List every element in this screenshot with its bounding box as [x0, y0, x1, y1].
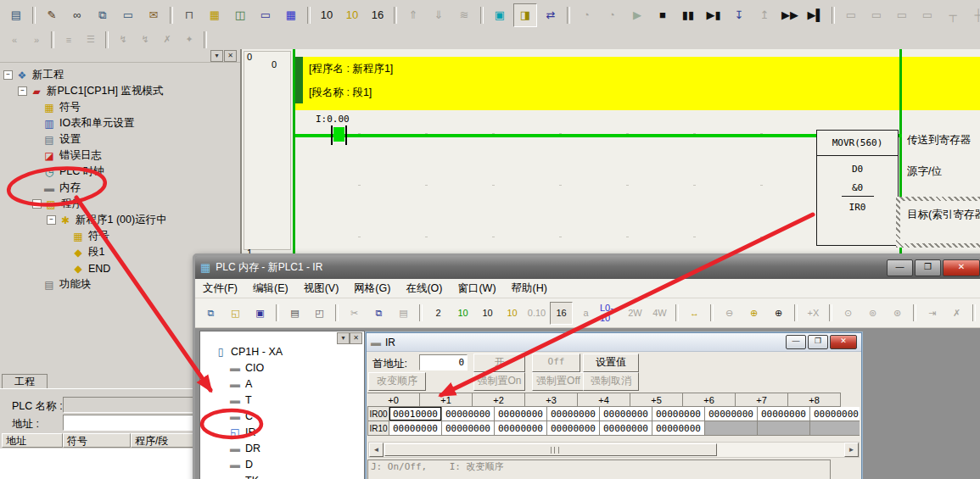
scroll-right-arrow-icon[interactable]: ► — [844, 443, 859, 457]
tile-windows-button[interactable]: ⧉ — [199, 302, 222, 325]
menu-item[interactable]: 编辑(E) — [245, 281, 296, 296]
step-out-button[interactable]: ↥ — [753, 3, 776, 27]
symbol-table-button[interactable]: ▦ — [203, 3, 227, 27]
rung-annotation-button[interactable]: ☰ — [81, 31, 101, 48]
transfer-to-plc-button[interactable]: ⇥ — [921, 302, 944, 325]
force-cancel-button[interactable]: 强制取消 — [583, 372, 639, 391]
set-value-button[interactable]: 设置值 — [583, 354, 639, 372]
run-button[interactable]: ▶ — [625, 3, 649, 27]
zoom-custom-button[interactable]: ⊕ — [742, 302, 765, 325]
grid-cell[interactable]: 00000000 — [442, 407, 495, 421]
memtree-item-cpu[interactable]: ▯ CP1H - XA — [200, 343, 364, 359]
grid-cell[interactable]: 00000000 — [547, 421, 600, 436]
transfer-to-plc-button[interactable]: ⇄ — [539, 3, 563, 27]
tree-expander-icon[interactable] — [32, 120, 40, 127]
grid-cell[interactable]: 00000000 — [600, 407, 652, 421]
run-to-end-button[interactable]: ▶▌ — [804, 3, 827, 27]
column-header-address[interactable]: 地址 — [2, 433, 63, 448]
instruction-operand-2[interactable]: &0 — [817, 182, 898, 193]
on-button[interactable]: 开 — [473, 354, 525, 372]
minimize-button[interactable]: — — [887, 259, 913, 276]
rung-comment-button[interactable]: ≡ — [59, 31, 79, 48]
memtree-item-ir[interactable]: ◱ IR — [200, 424, 364, 440]
scroll-left-arrow-icon[interactable]: ◄ — [369, 443, 384, 457]
contact-closed-tool-button[interactable]: ▭ — [865, 3, 888, 27]
monitor-range-button[interactable]: ⊛ — [886, 302, 909, 325]
memtree-item-c[interactable]: ▬ C — [200, 408, 364, 424]
hex-format-button[interactable]: 16 — [550, 302, 573, 325]
clear-memory-button[interactable]: +X — [802, 302, 825, 325]
column-header-symbol[interactable]: 符号 — [63, 433, 131, 448]
properties-button[interactable]: ✉ — [142, 3, 165, 27]
tree-item-plc-clock[interactable]: ◷ PLC 时钟 — [0, 164, 240, 180]
memtree-item-t[interactable]: ▬ T — [200, 392, 364, 408]
pause-button[interactable]: ▮▮ — [676, 3, 700, 27]
indent-left-button[interactable]: « — [4, 31, 25, 48]
memory-tree-close-button[interactable]: ✕ — [350, 332, 362, 344]
instruction-block[interactable]: MOVR(560) D0 &0 IR0 — [816, 130, 899, 246]
grid-cell[interactable]: 00000000 — [758, 407, 810, 421]
compile-button[interactable]: ⇑ — [401, 3, 425, 27]
grid-column-header[interactable]: +2 — [473, 393, 525, 407]
four-word-button[interactable]: 4W — [648, 302, 671, 325]
tree-expander-icon[interactable] — [32, 152, 40, 159]
memory-window-titlebar[interactable]: ▦ PLC 内存 - 新PLC1 - IR — ❐ ✕ — [195, 256, 980, 279]
memtree-item-cio[interactable]: ▬ CIO — [200, 359, 364, 376]
force-off-button[interactable]: ↯ — [135, 31, 155, 48]
float-format-button[interactable]: 0.10 — [525, 302, 548, 325]
off-button[interactable]: Off — [532, 354, 580, 372]
tree-item-io-table[interactable]: ▥ IO表和单元设置 — [0, 115, 240, 131]
decimal-format-button[interactable]: 10 — [476, 302, 499, 325]
tree-item-plc[interactable]: − ▰ 新PLC1[CP1H] 监视模式 — [0, 83, 240, 99]
tree-item-error-log[interactable]: ◪ 错误日志 — [0, 148, 240, 164]
stop-button[interactable]: ■ — [651, 3, 675, 27]
tree-expander-icon[interactable] — [61, 232, 69, 240]
fast-forward-button[interactable]: ▶▶ — [778, 3, 802, 27]
ir-close-button[interactable]: ✕ — [830, 335, 857, 349]
memtree-item-dr[interactable]: ▬ DR — [200, 440, 364, 456]
tree-expander-icon[interactable] — [32, 281, 40, 288]
menu-item[interactable]: 视图(V) — [296, 281, 347, 296]
zoom-in-button[interactable]: ⊕ — [767, 302, 790, 325]
close-button[interactable]: ✕ — [943, 259, 980, 276]
menu-item[interactable]: 文件(F) — [195, 281, 245, 296]
tree-expander-icon[interactable]: − — [3, 70, 13, 80]
grid-column-header[interactable]: +0 — [367, 393, 420, 407]
cascade-windows-button[interactable]: ⧉ — [91, 3, 115, 27]
compare-button[interactable]: ≋ — [452, 3, 476, 27]
menu-item[interactable]: 窗口(W) — [450, 281, 503, 296]
grid-cell[interactable]: 00000000 — [652, 421, 705, 436]
online-edit-button[interactable]: ◨ — [513, 3, 537, 27]
ir-window-titlebar[interactable]: ▬ IR — ❐ ✕ — [367, 333, 861, 352]
ir-minimize-button[interactable]: — — [786, 335, 806, 349]
new-window-button[interactable]: ▭ — [116, 3, 140, 27]
instruction-operand-3[interactable]: IR0 — [817, 202, 898, 213]
maximize-button[interactable]: ❐ — [915, 259, 941, 276]
memory-tree-collapse-button[interactable]: ▾ — [337, 332, 350, 344]
grid-cell[interactable]: 00000000 — [810, 407, 860, 421]
pause-monitor-button[interactable]: ◔ — [574, 3, 598, 27]
transfer-cancel-button[interactable]: ✗ — [945, 302, 968, 325]
start-address-input[interactable]: 0 — [419, 354, 468, 370]
horizontal-scrollbar[interactable]: ◄ ► — [368, 442, 860, 458]
monitor-hex-button[interactable]: 16 — [366, 3, 389, 27]
tree-item-memory[interactable]: ▬ 内存 — [0, 180, 240, 196]
indent-right-button[interactable]: » — [26, 31, 47, 48]
tree-expander-icon[interactable] — [32, 184, 40, 192]
grid-column-header[interactable]: +1 — [420, 393, 473, 407]
binary-view-button[interactable]: ▦ — [279, 3, 303, 27]
tree-expander-icon[interactable] — [32, 136, 40, 143]
tree-item-program1[interactable]: − ✱ 新程序1 (00)运行中 — [0, 212, 240, 228]
force-cancel-button[interactable]: ✗ — [157, 31, 177, 48]
long-word-format-button[interactable]: L0-10 — [599, 302, 622, 325]
junction-tool-button[interactable]: ┼ — [966, 3, 980, 27]
instruction-operand-1[interactable]: D0 — [817, 164, 898, 175]
grid-column-header[interactable]: +7 — [736, 393, 788, 407]
memtree-item-tk[interactable]: ▬ TK — [200, 472, 364, 479]
open-button[interactable]: ◱ — [224, 302, 247, 325]
tree-expander-icon[interactable] — [61, 265, 69, 272]
coil-closed-tool-button[interactable]: ▭ — [916, 3, 939, 27]
address-field[interactable] — [63, 415, 197, 431]
step-button[interactable]: ▶▮ — [702, 3, 725, 27]
tree-item-symbols[interactable]: ▦ 符号 — [0, 99, 240, 115]
